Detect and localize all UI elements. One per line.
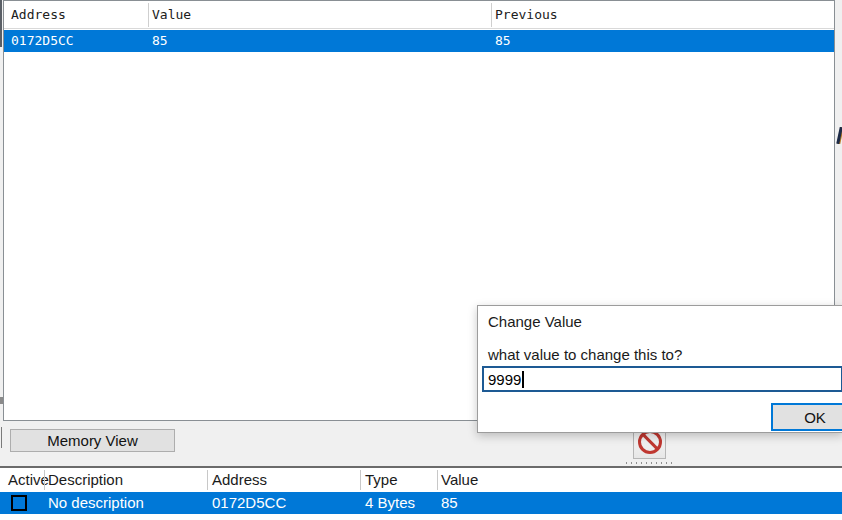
scan-results-header: Address Value Previous [4, 1, 834, 29]
scan-row-previous: 85 [495, 33, 511, 48]
address-list-header: Active Description Address Type Value [0, 468, 842, 492]
value-input[interactable]: 9999 [482, 366, 842, 392]
dialog-prompt-label: what value to change this to? [488, 346, 682, 363]
prohibition-icon [638, 430, 662, 454]
column-header-address[interactable]: Address [212, 471, 267, 488]
window-edge-fragment [0, 397, 3, 404]
text-caret [522, 371, 524, 388]
row-type: 4 Bytes [365, 494, 415, 511]
address-list-row-selected[interactable]: No description 0172D5CC 4 Bytes 85 [0, 492, 842, 514]
memory-view-button[interactable]: Memory View [10, 429, 175, 452]
window-edge-fragment [1, 427, 2, 448]
scan-row-address: 0172D5CC [11, 33, 74, 48]
column-divider [360, 470, 361, 490]
clipped-text-fragment [836, 127, 842, 144]
column-header-value[interactable]: Value [152, 7, 191, 22]
column-header-description[interactable]: Description [48, 471, 123, 488]
column-header-active[interactable]: Active [8, 471, 49, 488]
row-description: No description [48, 494, 144, 511]
cheat-engine-window: Address Value Previous 0172D5CC 85 85 Me… [0, 0, 842, 520]
change-value-dialog: Change Value what value to change this t… [477, 305, 842, 433]
splitter-handle[interactable] [626, 461, 674, 464]
column-divider [44, 470, 45, 490]
value-input-text: 9999 [488, 371, 521, 388]
column-header-previous[interactable]: Previous [495, 7, 558, 22]
scan-row-value: 85 [152, 33, 168, 48]
column-divider [491, 3, 492, 27]
row-value: 85 [441, 494, 458, 511]
scan-result-row-selected[interactable]: 0172D5CC 85 85 [4, 30, 834, 52]
column-divider [437, 470, 438, 490]
column-header-value[interactable]: Value [441, 471, 478, 488]
active-checkbox[interactable] [11, 495, 27, 511]
address-list-panel: Active Description Address Type Value No… [0, 466, 842, 520]
window-edge-fragment [0, 0, 2, 47]
dialog-title: Change Value [488, 313, 582, 330]
column-header-address[interactable]: Address [11, 7, 66, 22]
column-divider [207, 470, 208, 490]
row-address: 0172D5CC [212, 494, 286, 511]
column-header-type[interactable]: Type [365, 471, 398, 488]
ok-button[interactable]: OK [771, 403, 842, 431]
column-divider [148, 3, 149, 27]
